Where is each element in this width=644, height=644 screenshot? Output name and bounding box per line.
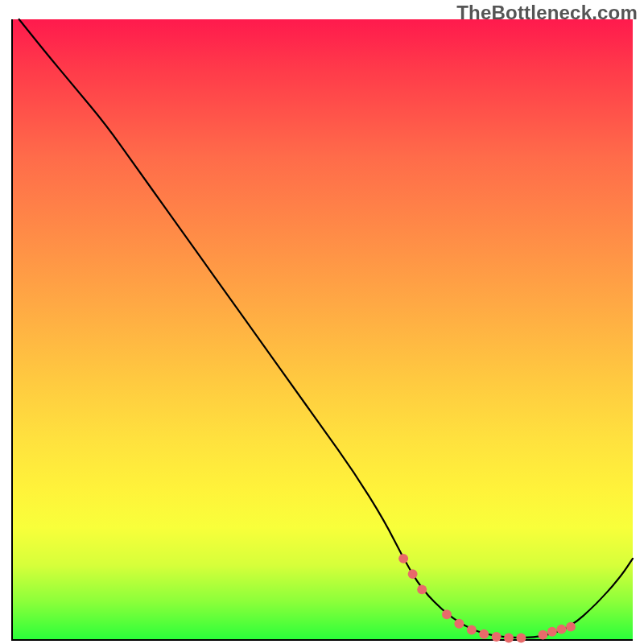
marker-dot (516, 634, 526, 643)
chart-stage: TheBottleneck.com (0, 0, 644, 644)
marker-dot (398, 554, 408, 564)
marker-dot (556, 625, 566, 634)
chart-svg (13, 19, 633, 639)
marker-dot (538, 630, 547, 640)
marker-dot (479, 630, 489, 639)
marker-dot (408, 569, 418, 579)
marker-dot (566, 622, 576, 632)
marker-dot (492, 632, 502, 642)
highlight-markers (398, 554, 576, 643)
marker-dot (454, 619, 464, 629)
marker-dot (417, 584, 427, 594)
marker-dot (467, 625, 477, 634)
curve-line (19, 19, 633, 638)
marker-dot (504, 634, 514, 643)
marker-dot (547, 627, 557, 637)
plot-area (11, 19, 633, 641)
marker-dot (442, 609, 452, 619)
